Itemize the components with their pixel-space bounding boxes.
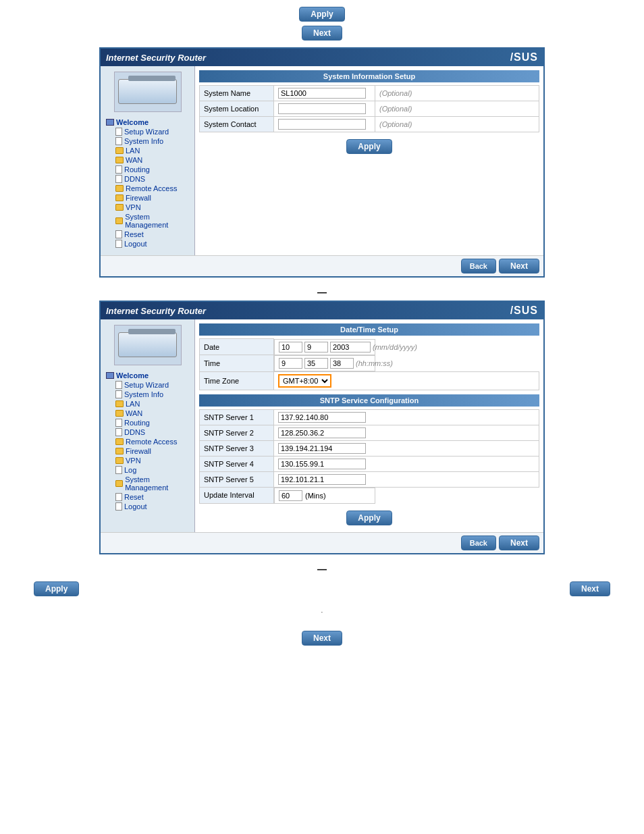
doc-icon bbox=[115, 419, 122, 427]
date-year-input[interactable] bbox=[330, 342, 371, 353]
panel2-section-title1: Date/Time Setup bbox=[199, 323, 539, 336]
sidebar2-item-logout[interactable]: Logout bbox=[106, 502, 189, 511]
panel1-header: Internet Security Router /SUS bbox=[101, 49, 543, 66]
sidebar2-logout-label: Logout bbox=[124, 502, 147, 511]
date-month-input[interactable] bbox=[279, 342, 302, 353]
field-label-sntp1: SNTP Server 1 bbox=[200, 409, 274, 425]
panel2-sntp-table: SNTP Server 1 SNTP Server 2 SNTP Server … bbox=[199, 409, 539, 504]
system-contact-input[interactable] bbox=[278, 119, 366, 130]
sidebar-item-system-management[interactable]: System Management bbox=[106, 212, 189, 230]
sidebar-item-logout[interactable]: Logout bbox=[106, 239, 189, 249]
sntp1-input[interactable] bbox=[278, 412, 366, 423]
top-apply-button[interactable]: Apply bbox=[299, 7, 344, 22]
sidebar2-item-firewall[interactable]: Firewall bbox=[106, 446, 189, 456]
sidebar2-item-reset[interactable]: Reset bbox=[106, 492, 189, 502]
bottom-apply-button[interactable]: Apply bbox=[34, 581, 79, 596]
sidebar2-item-lan[interactable]: LAN bbox=[106, 399, 189, 409]
sidebar-ddns-label: DDNS bbox=[124, 175, 145, 183]
field-hint-system-name: (Optional) bbox=[375, 86, 539, 101]
sntp2-input[interactable] bbox=[278, 427, 366, 438]
sidebar2-routing-label: Routing bbox=[124, 419, 150, 427]
field-label-system-name: System Name bbox=[200, 86, 274, 101]
top-next-button[interactable]: Next bbox=[302, 26, 342, 41]
sidebar-system-management-label: System Management bbox=[125, 213, 189, 229]
sidebar-reset-label: Reset bbox=[124, 230, 144, 238]
panel2-body: Welcome Setup Wizard System Info LAN bbox=[101, 319, 543, 532]
field-value-sntp1 bbox=[274, 409, 539, 425]
folder-icon bbox=[115, 217, 123, 224]
panel1-bottom-buttons: Back Next bbox=[101, 255, 543, 276]
date-day-input[interactable] bbox=[304, 342, 328, 353]
panel2-header: Internet Security Router /SUS bbox=[101, 302, 543, 319]
sidebar-item-reset[interactable]: Reset bbox=[106, 230, 189, 239]
sidebar2-item-remote-access[interactable]: Remote Access bbox=[106, 437, 189, 446]
panel2-next-button[interactable]: Next bbox=[499, 536, 539, 550]
panel2-back-button[interactable]: Back bbox=[461, 536, 496, 550]
final-next-button[interactable]: Next bbox=[302, 631, 342, 646]
table-row-time: Time (hh:mm:ss) bbox=[200, 355, 539, 372]
sntp3-input[interactable] bbox=[278, 443, 366, 454]
update-interval-input[interactable] bbox=[279, 490, 302, 501]
doc-icon bbox=[115, 493, 122, 501]
table-row-sntp1: SNTP Server 1 bbox=[200, 409, 539, 425]
panel1-next-button[interactable]: Next bbox=[499, 259, 539, 273]
sntp5-input[interactable] bbox=[278, 474, 366, 485]
table-row: System Location (Optional) bbox=[200, 101, 539, 117]
sidebar-item-wan[interactable]: WAN bbox=[106, 155, 189, 165]
sidebar-lan-label: LAN bbox=[126, 147, 140, 155]
sidebar2-vpn-label: VPN bbox=[126, 457, 141, 465]
sidebar2-item-vpn[interactable]: VPN bbox=[106, 456, 189, 465]
panel1-back-button[interactable]: Back bbox=[461, 259, 496, 273]
folder-icon bbox=[115, 194, 124, 201]
panel2-datetime-table: Date (mm/dd/yyyy) Time bbox=[199, 338, 539, 390]
time-h-input[interactable] bbox=[279, 358, 302, 369]
sidebar-item-system-info[interactable]: System Info bbox=[106, 136, 189, 146]
sidebar2-item-ddns[interactable]: DDNS bbox=[106, 427, 189, 437]
doc-icon bbox=[115, 428, 122, 436]
field-label-system-contact: System Contact bbox=[200, 117, 274, 132]
doc-icon bbox=[115, 137, 122, 145]
sidebar2-system-management-label: System Management bbox=[125, 475, 189, 492]
doc-icon bbox=[115, 165, 122, 174]
sidebar2-item-routing[interactable]: Routing bbox=[106, 418, 189, 427]
sidebar-item-vpn[interactable]: VPN bbox=[106, 203, 189, 212]
sidebar-item-remote-access[interactable]: Remote Access bbox=[106, 184, 189, 193]
panel1-main: System Information Setup System Name (Op… bbox=[195, 66, 543, 255]
sidebar-vpn-label: VPN bbox=[126, 203, 141, 211]
sidebar2-item-wan[interactable]: WAN bbox=[106, 409, 189, 418]
sidebar-routing-label: Routing bbox=[124, 165, 150, 174]
sidebar-item-firewall[interactable]: Firewall bbox=[106, 193, 189, 203]
doc-icon bbox=[115, 466, 122, 474]
folder-icon bbox=[115, 438, 124, 445]
time-s-input[interactable] bbox=[330, 358, 354, 369]
sidebar-item-lan[interactable]: LAN bbox=[106, 146, 189, 155]
bottom-next-button[interactable]: Next bbox=[570, 581, 610, 596]
panel1-apply-button[interactable]: Apply bbox=[346, 139, 392, 154]
sntp4-input[interactable] bbox=[278, 459, 366, 469]
sidebar2-item-setup-wizard[interactable]: Setup Wizard bbox=[106, 380, 189, 390]
sidebar2-item-log[interactable]: Log bbox=[106, 465, 189, 475]
field-value-system-location bbox=[274, 101, 375, 117]
sidebar2-item-welcome[interactable]: Welcome bbox=[106, 371, 189, 380]
doc-icon bbox=[115, 390, 122, 398]
monitor-icon bbox=[106, 372, 114, 379]
sidebar-item-routing[interactable]: Routing bbox=[106, 165, 189, 174]
table-row: System Name (Optional) bbox=[200, 86, 539, 101]
panel2-apply-button[interactable]: Apply bbox=[346, 511, 392, 525]
panel1-asus-logo: /SUS bbox=[510, 51, 538, 63]
bottom-buttons-row: Apply Next bbox=[14, 577, 630, 600]
sidebar2-item-system-management[interactable]: System Management bbox=[106, 475, 189, 492]
sidebar-item-setup-wizard[interactable]: Setup Wizard bbox=[106, 127, 189, 136]
panel2-bottom-buttons: Back Next bbox=[101, 532, 543, 553]
sidebar-item-welcome[interactable]: Welcome bbox=[106, 118, 189, 127]
time-m-input[interactable] bbox=[304, 358, 328, 369]
sidebar2-item-system-info[interactable]: System Info bbox=[106, 390, 189, 399]
system-location-input[interactable] bbox=[278, 103, 366, 114]
field-label-sntp5: SNTP Server 5 bbox=[200, 471, 274, 487]
system-name-input[interactable] bbox=[278, 88, 366, 99]
timezone-select[interactable]: GMT+8:00 GMT+0:00 GMT-5:00 GMT+9:00 bbox=[278, 374, 331, 388]
sidebar-item-ddns[interactable]: DDNS bbox=[106, 174, 189, 184]
field-value-system-contact bbox=[274, 117, 375, 132]
field-label-timezone: Time Zone bbox=[200, 371, 274, 390]
table-row-update-interval: Update Interval (Mins) bbox=[200, 487, 539, 504]
